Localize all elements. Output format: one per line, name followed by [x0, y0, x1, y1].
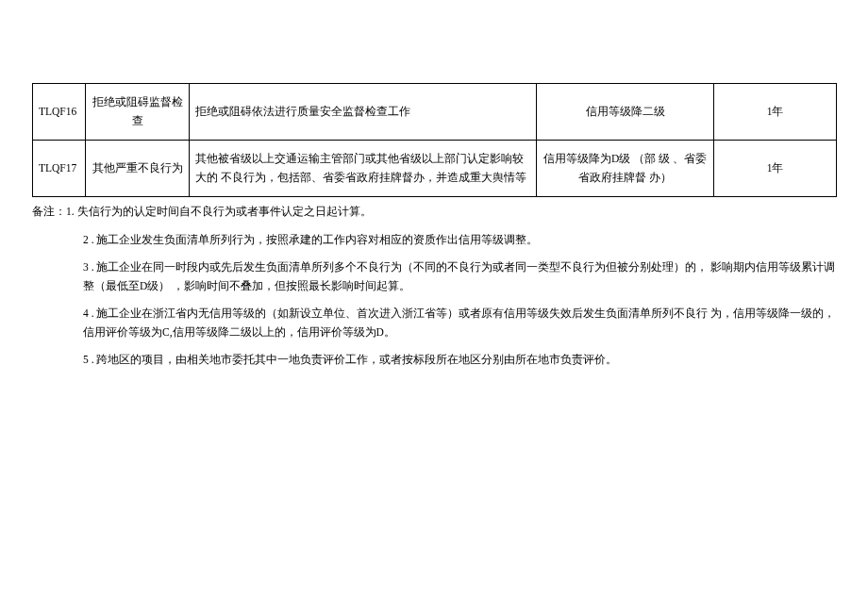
cell-description: 拒绝或阻碍依法进行质量安全监督检查工作: [190, 84, 537, 141]
notes-prefix: 备注：: [32, 206, 66, 217]
cell-code: TLQF16: [33, 84, 86, 141]
cell-duration: 1年: [714, 141, 837, 197]
note-text: 2 . 施工企业发生负面清单所列行为，按照承建的工作内容对相应的资质作出信用等级…: [83, 234, 538, 245]
note-line: 5 . 跨地区的项目，由相关地市委托其中一地负责评价工作，或者按标段所在地区分别…: [32, 351, 836, 370]
cell-description: 其他被省级以上交通运输主管部门或其他省级以上部门认定影响较大的 不良行为，包括部…: [190, 141, 537, 197]
note-text: 4 . 施工企业在浙江省内无信用等级的（如新设立单位、首次进入浙江省等）或者原有…: [83, 307, 835, 338]
cell-duration: 1年: [714, 84, 837, 141]
note-text: 1. 失信行为的认定时间自不良行为或者事件认定之日起计算。: [66, 206, 372, 217]
note-text: 3 . 施工企业在同一时段内或先后发生负面清单所列多个不良行为（不同的不良行为或…: [83, 261, 835, 291]
notes-section: 备注：1. 失信行为的认定时间自不良行为或者事件认定之日起计算。 2 . 施工企…: [32, 203, 836, 370]
cell-category: 其他严重不良行为: [86, 141, 190, 197]
note-line: 3 . 施工企业在同一时段内或先后发生负面清单所列多个不良行为（不同的不良行为或…: [32, 258, 836, 295]
cell-grade: 信用等级降二级: [537, 84, 714, 141]
note-line: 4 . 施工企业在浙江省内无信用等级的（如新设立单位、首次进入浙江省等）或者原有…: [32, 305, 836, 341]
cell-code: TLQF17: [33, 141, 86, 197]
note-line: 2 . 施工企业发生负面清单所列行为，按照承建的工作内容对相应的资质作出信用等级…: [32, 231, 836, 250]
note-line: 备注：1. 失信行为的认定时间自不良行为或者事件认定之日起计算。: [32, 203, 836, 222]
cell-grade: 信用等级降为D级 （部 级 、省委省政府挂牌督 办）: [537, 141, 714, 197]
table-row: TLQF17 其他严重不良行为 其他被省级以上交通运输主管部门或其他省级以上部门…: [33, 141, 837, 197]
table-row: TLQF16 拒绝或阻碍监督检查 拒绝或阻碍依法进行质量安全监督检查工作 信用等…: [33, 84, 837, 141]
cell-category: 拒绝或阻碍监督检查: [86, 84, 190, 141]
credit-table: TLQF16 拒绝或阻碍监督检查 拒绝或阻碍依法进行质量安全监督检查工作 信用等…: [32, 83, 837, 197]
note-text: 5 . 跨地区的项目，由相关地市委托其中一地负责评价工作，或者按标段所在地区分别…: [83, 354, 617, 365]
